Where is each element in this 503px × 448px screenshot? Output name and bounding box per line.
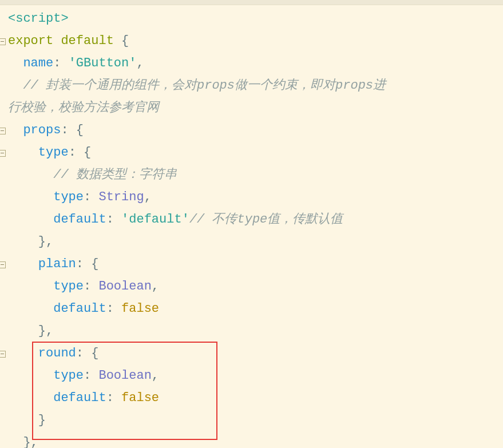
comment: // 数据类型：字符串 bbox=[53, 168, 177, 182]
key-plain: plain bbox=[38, 257, 76, 271]
key-default: default bbox=[53, 391, 106, 405]
code-line: type: String, bbox=[0, 186, 503, 208]
code-line: plain: { bbox=[0, 253, 503, 275]
code-line: export default { bbox=[0, 30, 503, 52]
key-props: props bbox=[23, 123, 61, 137]
fold-icon[interactable] bbox=[0, 261, 6, 268]
comment: // 不传type值，传默认值 bbox=[189, 212, 343, 227]
code-line: props: { bbox=[0, 119, 503, 141]
type-boolean: Boolean bbox=[98, 279, 151, 294]
key-type: type bbox=[53, 368, 84, 383]
type-string: String bbox=[98, 190, 144, 204]
code-line: } bbox=[0, 409, 503, 431]
fold-icon[interactable] bbox=[0, 38, 6, 45]
code-line: // 数据类型：字符串 bbox=[0, 164, 503, 186]
type-boolean: Boolean bbox=[98, 368, 151, 383]
key-type: type bbox=[53, 190, 84, 204]
code-line: default: false bbox=[0, 298, 503, 320]
code-line: name: 'GButton', bbox=[0, 52, 503, 74]
code-line: }, bbox=[0, 431, 503, 448]
code-line: round: { bbox=[0, 342, 503, 364]
fold-icon[interactable] bbox=[0, 351, 6, 358]
bool-false: false bbox=[121, 391, 159, 405]
key-type: type bbox=[53, 279, 84, 294]
comment: // 封装一个通用的组件，会对props做一个约束，即对props进 bbox=[23, 78, 386, 93]
code-line: }, bbox=[0, 320, 503, 342]
fold-icon[interactable] bbox=[0, 128, 6, 134]
brace: { bbox=[121, 34, 129, 48]
code-line: default: 'default'// 不传type值，传默认值 bbox=[0, 208, 503, 231]
code-line: type: Boolean, bbox=[0, 275, 503, 298]
tag-script-open: <script> bbox=[8, 11, 69, 26]
code-line: type: Boolean, bbox=[0, 364, 503, 387]
kw-export: export default bbox=[8, 34, 121, 48]
code-line: <script> bbox=[0, 7, 503, 30]
tab-strip bbox=[0, 0, 503, 5]
code-line: type: { bbox=[0, 141, 503, 164]
code-line: default: false bbox=[0, 387, 503, 409]
bool-false: false bbox=[121, 302, 159, 316]
code-editor[interactable]: <script> export default { name: 'GButton… bbox=[0, 5, 503, 448]
key-default: default bbox=[53, 302, 106, 316]
str-default: 'default' bbox=[121, 212, 189, 227]
code-line: // 封装一个通用的组件，会对props做一个约束，即对props进 bbox=[0, 74, 503, 97]
key-round: round bbox=[38, 346, 76, 360]
fold-icon[interactable] bbox=[0, 150, 6, 157]
code-line: 行校验，校验方法参考官网 bbox=[0, 97, 503, 119]
code-line: }, bbox=[0, 231, 503, 253]
key-default: default bbox=[53, 212, 106, 227]
key-name: name bbox=[23, 56, 53, 70]
key-type: type bbox=[38, 145, 69, 160]
str-gbutton: 'GButton' bbox=[69, 56, 137, 70]
comment: 行校验，校验方法参考官网 bbox=[8, 101, 159, 115]
